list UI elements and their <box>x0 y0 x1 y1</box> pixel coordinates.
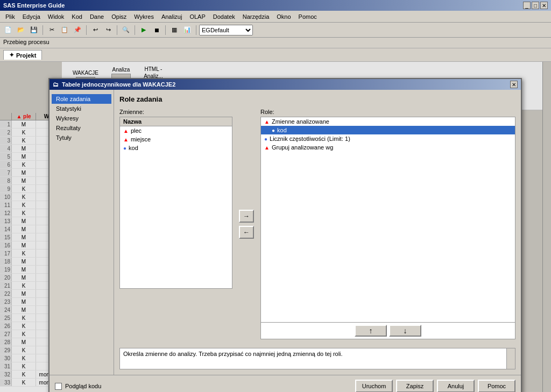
role-group-grupuj: ▲ Grupuj analizowane wg <box>261 143 515 152</box>
var-kod-label: kod <box>129 145 138 151</box>
nav-rezultaty[interactable]: Rezultaty <box>52 123 111 133</box>
modal-overlay: 🗂 Tabele jednoczynnikowe dla WAKACJE2 ✕ … <box>0 62 551 392</box>
sort-buttons: ↑ ↓ <box>261 322 515 339</box>
title-bar: SAS Enterprise Guide _ □ ✕ <box>0 0 551 11</box>
menu-dane[interactable]: Dane <box>87 12 107 21</box>
menu-okno[interactable]: Okno <box>273 12 294 21</box>
search-btn[interactable]: 🔍 <box>120 24 132 36</box>
eg-default-combo[interactable]: EGDefault <box>199 25 253 35</box>
menu-kod[interactable]: Kod <box>68 12 86 21</box>
var-kod[interactable]: ● kod <box>120 144 232 152</box>
paste-btn[interactable]: 📌 <box>72 24 83 36</box>
menu-plik[interactable]: Plik <box>2 12 18 21</box>
nav-role-zadania[interactable]: Role zadania <box>52 94 111 104</box>
code-preview-label: Podgląd kodu <box>65 383 101 389</box>
variables-list: Nazwa ▲ plec ▲ miejsce ● <box>119 117 232 289</box>
variables-panel: Zmienne: Nazwa ▲ plec ▲ miejsce <box>119 109 232 339</box>
variables-list-header: Nazwa <box>120 117 232 126</box>
var-plec-icon: ▲ <box>123 128 129 134</box>
copy-btn[interactable]: 📋 <box>59 24 70 36</box>
menu-pomoc[interactable]: Pomoc <box>295 12 320 21</box>
separator1 <box>43 25 43 35</box>
cancel-button[interactable]: Anuluj <box>437 380 475 392</box>
toolbar: 📄 📂 💾 ✂ 📋 📌 ↩ ↪ 🔍 ▶ ⏹ ▦ 📊 EGDefault <box>0 23 551 38</box>
var-miejsce[interactable]: ▲ miejsce <box>120 135 232 144</box>
menu-widok[interactable]: Widok <box>45 12 68 21</box>
menu-wykres[interactable]: Wykres <box>131 12 157 21</box>
run-btn[interactable]: ▶ <box>138 24 150 36</box>
project-tab-icon: ✦ <box>9 52 14 59</box>
code-preview-checkbox[interactable] <box>55 383 62 390</box>
separator2 <box>86 25 87 35</box>
redo-btn[interactable]: ↪ <box>102 24 114 36</box>
dialog-bottom-left: Podgląd kodu <box>55 383 101 390</box>
role-sub-kod-icon: ● <box>272 127 275 133</box>
dialog-title-bar: 🗂 Tabele jednoczynnikowe dla WAKACJE2 ✕ <box>50 79 521 90</box>
roles-label: Role: <box>260 109 515 115</box>
minimize-btn[interactable]: _ <box>523 2 531 9</box>
dialog-action-buttons: Uruchom Zapisz Anuluj Pomoc <box>355 380 515 392</box>
roles-list-container: ▲ Zmienne analizowane ● kod <box>260 117 515 339</box>
menu-opisz[interactable]: Opisz <box>108 12 130 21</box>
roles-list: ▲ Zmienne analizowane ● kod <box>261 117 515 322</box>
section-title: Role zadania <box>119 95 515 103</box>
role-zmienne-icon: ▲ <box>264 119 270 125</box>
menu-analizuj[interactable]: Analizuj <box>158 12 186 21</box>
undo-btn[interactable]: ↩ <box>89 24 101 36</box>
description-scrollbar[interactable] <box>506 348 515 369</box>
menu-dodatek[interactable]: Dodatek <box>210 12 238 21</box>
project-tab[interactable]: ✦ Projekt <box>3 50 42 60</box>
separator3 <box>117 25 117 35</box>
dialog-body: Role zadania Statystyki Wykresy Rezultat… <box>50 90 521 375</box>
process-bar-label: Przebieg procesu <box>3 39 50 45</box>
var-plec-label: plec <box>131 127 142 134</box>
description-container: Określa zmienne do analizy. Trzeba przyp… <box>119 344 515 369</box>
var-kod-icon: ● <box>123 145 126 151</box>
sort-down-btn[interactable]: ↓ <box>389 325 421 337</box>
stop-btn[interactable]: ⏹ <box>151 24 163 36</box>
var-miejsce-icon: ▲ <box>123 137 129 142</box>
dialog-title: 🗂 Tabele jednoczynnikowe dla WAKACJE2 <box>53 81 175 88</box>
description-text: Określa zmienne do analizy. Trzeba przyp… <box>123 351 343 357</box>
role-sub-kod[interactable]: ● kod <box>261 126 515 134</box>
nav-tytuly[interactable]: Tytuły <box>52 133 111 142</box>
maximize-btn[interactable]: □ <box>532 2 539 9</box>
menu-edycja[interactable]: Edycja <box>19 12 44 21</box>
help-button[interactable]: Pomoc <box>478 380 515 392</box>
app-title: SAS Enterprise Guide <box>3 2 65 9</box>
grid-btn[interactable]: ▦ <box>168 24 180 36</box>
dialog-close-btn[interactable]: ✕ <box>510 81 518 88</box>
menu-olap[interactable]: OLAP <box>186 12 208 21</box>
sort-up-btn[interactable]: ↑ <box>355 325 387 337</box>
var-miejsce-label: miejsce <box>131 136 151 142</box>
new-btn[interactable]: 📄 <box>2 24 14 36</box>
dialog-main: Role zadania Zmienne: Nazwa ▲ plec <box>114 90 521 375</box>
close-btn[interactable]: ✕ <box>540 2 548 9</box>
project-tab-label: Projekt <box>16 52 36 59</box>
panels-row: Zmienne: Nazwa ▲ plec ▲ miejsce <box>119 109 515 339</box>
process-bar: Przebieg procesu <box>0 38 551 48</box>
var-plec[interactable]: ▲ plec <box>120 126 232 135</box>
save-btn[interactable]: 💾 <box>28 24 40 36</box>
save-button[interactable]: Zapisz <box>396 380 434 392</box>
run-button[interactable]: Uruchom <box>355 380 393 392</box>
role-grupuj-label: Grupuj analizowane wg <box>272 144 333 151</box>
arrow-buttons: → ← <box>236 109 257 339</box>
role-zmienne-label: Zmienne analizowane <box>272 118 329 125</box>
role-group-zmienne: ▲ Zmienne analizowane <box>261 117 515 126</box>
arrow-right-btn[interactable]: → <box>239 210 254 223</box>
role-licznik-icon: ● <box>264 136 267 142</box>
dialog: 🗂 Tabele jednoczynnikowe dla WAKACJE2 ✕ … <box>48 78 522 392</box>
chart-btn[interactable]: 📊 <box>181 24 193 36</box>
menu-narzedzia[interactable]: Narzędzia <box>239 12 273 21</box>
variables-label: Zmienne: <box>119 109 232 115</box>
nav-statystyki[interactable]: Statystyki <box>52 104 111 113</box>
role-sub-kod-label: kod <box>277 127 287 133</box>
nav-wykresy[interactable]: Wykresy <box>52 113 111 123</box>
role-group-licznik: ● Licznik częstotliwości (Limit: 1) <box>261 134 515 143</box>
dialog-nav: Role zadania Statystyki Wykresy Rezultat… <box>50 90 114 375</box>
open-btn[interactable]: 📂 <box>15 24 27 36</box>
role-grupuj-icon: ▲ <box>264 145 270 151</box>
cut-btn[interactable]: ✂ <box>46 24 58 36</box>
arrow-left-btn[interactable]: ← <box>239 226 254 239</box>
